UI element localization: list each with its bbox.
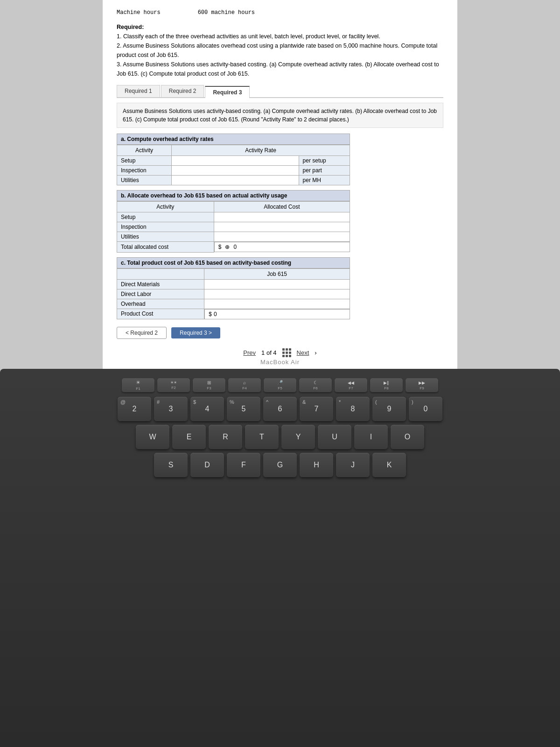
total-allocated-row: Total allocated cost $ ⊕ 0 (117, 242, 350, 253)
f3-key[interactable]: ⊞ F3 (193, 378, 225, 392)
next-required-button[interactable]: Required 3 > (171, 327, 220, 338)
f4-key[interactable]: ⌕ F4 (228, 378, 261, 392)
description-box: Assume Business Solutions uses activity-… (117, 103, 443, 128)
inspection-rate-input-cell[interactable] (172, 166, 299, 176)
key-2[interactable]: @ 2 (118, 397, 151, 421)
b-inspection-cost-cell[interactable] (214, 222, 350, 232)
description-text: Assume Business Solutions uses activity-… (123, 108, 437, 123)
key-8[interactable]: * 8 (336, 397, 370, 421)
table-row: Direct Labor (117, 289, 350, 299)
prev-required-button[interactable]: < Required 2 (117, 327, 167, 339)
utilities-rate-input-cell[interactable] (172, 176, 299, 185)
f6-key[interactable]: ☾ F6 (299, 378, 332, 392)
section-a-col2: Activity Rate (172, 145, 350, 156)
section-a-table: Activity Activity Rate Setup per setup I… (117, 145, 350, 185)
f7-key[interactable]: ◀◀ F7 (335, 378, 367, 392)
b-utilities-cost-cell[interactable] (214, 232, 350, 242)
c-dm-input[interactable] (208, 281, 346, 288)
b-activity-utilities: Utilities (117, 232, 214, 242)
key-0[interactable]: ) 0 (409, 397, 442, 421)
tabs-container: Required 1 Required 2 Required 3 (117, 85, 443, 98)
key-e[interactable]: E (172, 425, 206, 449)
f2-key[interactable]: ☀☀ F2 (157, 378, 190, 392)
c-overhead-cell[interactable] (204, 299, 350, 309)
key-j[interactable]: J (336, 453, 370, 477)
required-label: Required: (117, 24, 144, 30)
key-d[interactable]: D (190, 453, 224, 477)
key-5[interactable]: % 5 (227, 397, 260, 421)
macbook-label: MacBook Air (260, 359, 300, 366)
inspection-suffix: per part (299, 166, 350, 176)
req1-text: 1. Classify each of the three overhead a… (117, 32, 443, 41)
section-b-header: b. Allocate overhead to Job 615 based on… (117, 190, 350, 201)
b-inspection-cost-input[interactable] (218, 224, 346, 230)
tab-required2[interactable]: Required 2 (161, 85, 204, 97)
next-chevron: › (315, 349, 316, 356)
table-row: Utilities (117, 232, 350, 242)
b-setup-cost-input[interactable] (218, 214, 346, 220)
c-direct-labor: Direct Labor (117, 289, 204, 299)
c-dl-cell[interactable] (204, 289, 350, 299)
section-b: b. Allocate overhead to Job 615 based on… (117, 190, 350, 253)
f5-key[interactable]: 🎤 F5 (264, 378, 296, 392)
b-activity-setup: Setup (117, 212, 214, 222)
setup-rate-input-cell[interactable] (172, 156, 299, 166)
c-overhead-input[interactable] (208, 301, 346, 307)
key-7[interactable]: & 7 (300, 397, 333, 421)
f1-key[interactable]: ☀ F1 (122, 378, 154, 392)
key-f[interactable]: F (227, 453, 260, 477)
number-key-row: @ 2 # 3 $ 4 % 5 ^ 6 & 7 * 8 ( 9 (19, 397, 541, 421)
section-c: c. Total product cost of Job 615 based o… (117, 257, 350, 320)
req3-text: 3. Assume Business Solutions uses activi… (117, 60, 443, 78)
utilities-suffix: per MH (299, 176, 350, 185)
section-a-header: a. Compute overhead activity rates (117, 134, 350, 145)
key-r[interactable]: R (209, 425, 242, 449)
key-6[interactable]: ^ 6 (263, 397, 297, 421)
asdf-key-row: S D F G H J K (19, 453, 541, 477)
f8-key[interactable]: ▶‖ F8 (370, 378, 403, 392)
key-w[interactable]: W (136, 425, 169, 449)
key-k[interactable]: K (372, 453, 406, 477)
key-4[interactable]: $ 4 (190, 397, 224, 421)
b-activity-inspection: Inspection (117, 222, 214, 232)
setup-rate-input[interactable] (175, 157, 295, 164)
key-s[interactable]: S (154, 453, 188, 477)
b-utilities-cost-input[interactable] (218, 233, 346, 240)
c-dm-cell[interactable] (204, 279, 350, 289)
utilities-rate-input[interactable] (175, 177, 295, 183)
f9-key[interactable]: ▶▶ F9 (406, 378, 438, 392)
key-9[interactable]: ( 9 (372, 397, 406, 421)
section-b-col2: Allocated Cost (214, 202, 350, 212)
section-c-empty-col (117, 268, 204, 279)
key-y[interactable]: Y (281, 425, 315, 449)
setup-suffix: per setup (299, 156, 350, 166)
key-g[interactable]: G (263, 453, 297, 477)
product-cost-cell: $ 0 (204, 309, 350, 319)
c-dl-input[interactable] (208, 291, 346, 297)
activity-setup: Setup (117, 156, 172, 166)
key-i[interactable]: I (354, 425, 388, 449)
table-row: Setup per setup (117, 156, 350, 166)
tab-required3[interactable]: Required 3 (205, 86, 250, 98)
inspection-rate-input[interactable] (175, 167, 295, 174)
required-section: Required: 1. Classify each of the three … (117, 22, 443, 78)
key-h[interactable]: H (300, 453, 333, 477)
cursor-icon: ⊕ (225, 244, 230, 250)
key-u[interactable]: U (318, 425, 351, 449)
fn-key-row: ☀ F1 ☀☀ F2 ⊞ F3 ⌕ F4 🎤 F5 ☾ F6 ◀◀ F7 ▶‖ (19, 378, 541, 392)
table-row: Direct Materials (117, 279, 350, 289)
key-3[interactable]: # 3 (154, 397, 188, 421)
b-setup-cost-cell[interactable] (214, 212, 350, 222)
section-c-table: Job 615 Direct Materials Direct Labor Ov… (117, 268, 350, 320)
c-direct-materials: Direct Materials (117, 279, 204, 289)
machine-hours-label: Machine hours (117, 9, 161, 16)
table-row: Inspection (117, 222, 350, 232)
key-o[interactable]: O (391, 425, 424, 449)
key-t[interactable]: T (245, 425, 279, 449)
prev-page-link[interactable]: Prev (243, 349, 256, 356)
product-cost-label: Product Cost (117, 309, 204, 319)
table-row: Overhead (117, 299, 350, 309)
tab-required1[interactable]: Required 1 (117, 85, 160, 97)
document-screen: Machine hours 600 machine hours Required… (103, 0, 457, 371)
section-c-header: c. Total product cost of Job 615 based o… (117, 257, 350, 268)
